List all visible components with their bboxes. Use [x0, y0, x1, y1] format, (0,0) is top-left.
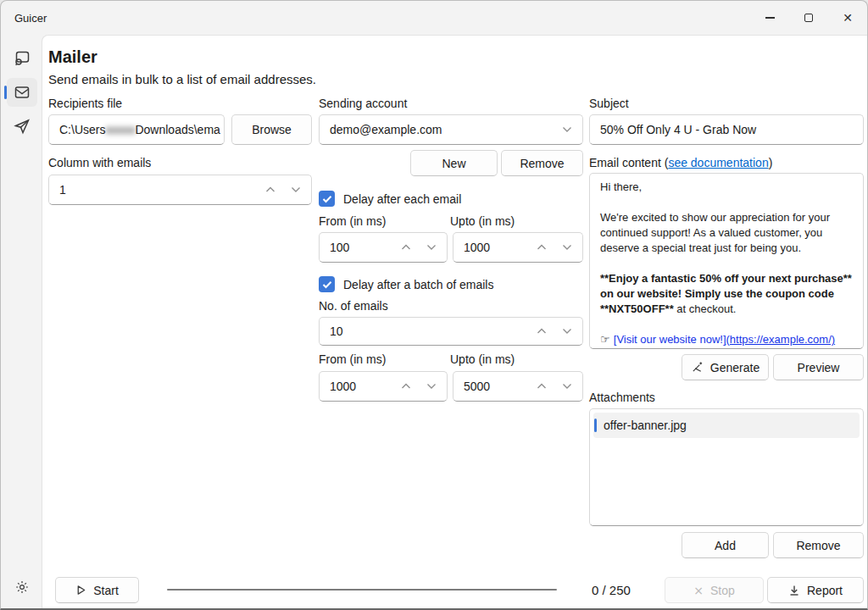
subject-value: 50% Off Only 4 U - Grab Now	[600, 123, 756, 136]
progress-bar	[167, 589, 557, 591]
no-of-emails-label: No. of emails	[319, 299, 388, 313]
stop-button-label: Stop	[710, 584, 735, 597]
account-new-label: New	[442, 157, 465, 170]
gear-icon	[14, 580, 30, 595]
email-content-text: Hi there,	[600, 180, 642, 193]
selection-indicator	[594, 419, 597, 432]
sidebar-item-sender[interactable]	[7, 112, 37, 141]
maximize-button[interactable]	[789, 1, 828, 35]
app-title: Guicer	[14, 12, 47, 25]
chevron-down-icon[interactable]	[562, 244, 572, 251]
delay-each-label: Delay after each email	[343, 192, 461, 206]
sending-account-label: Sending account	[319, 97, 407, 110]
delay-batch-row: Delay after a batch of emails	[319, 276, 493, 292]
chevron-down-icon	[562, 126, 572, 133]
email-content-label-close: )	[769, 156, 773, 169]
delay-each-from-spinner[interactable]: 100	[319, 232, 448, 263]
chevron-down-icon[interactable]	[426, 383, 437, 390]
maximize-icon	[804, 14, 813, 22]
chevron-up-icon[interactable]	[401, 244, 411, 251]
recipients-file-label: Recipients file	[48, 97, 122, 110]
recipients-path-suffix: Downloads\ema	[135, 123, 220, 136]
delay-each-upto-spinner[interactable]: 1000	[453, 232, 583, 263]
page-title: Mailer	[48, 47, 97, 67]
recipients-path-prefix: C:\Users	[59, 123, 105, 136]
delay-each-upto-value: 1000	[464, 241, 490, 254]
delay-each-upto-label: Upto (in ms)	[450, 214, 515, 228]
attachment-add-label: Add	[715, 539, 736, 552]
check-icon	[322, 195, 332, 203]
visit-website-link[interactable]: [Visit our website now!]	[614, 333, 726, 346]
attachment-add-button[interactable]: Add	[682, 532, 769, 558]
email-content-label-text: Email content (	[589, 156, 668, 169]
x-icon: ×	[693, 584, 704, 597]
progress-count: 0 / 250	[592, 583, 631, 597]
report-button[interactable]: Report	[767, 577, 864, 603]
chevron-down-icon[interactable]	[426, 244, 437, 251]
chevron-up-icon[interactable]	[537, 244, 547, 251]
column-with-emails-spinner[interactable]: 1	[48, 175, 312, 205]
report-button-label: Report	[807, 584, 843, 597]
titlebar: Guicer ✕	[1, 1, 867, 35]
delay-batch-checkbox[interactable]	[319, 276, 335, 292]
delay-batch-label: Delay after a batch of emails	[343, 278, 493, 291]
chevron-up-icon[interactable]	[401, 383, 411, 390]
email-content-label: Email content (see documentation)	[589, 156, 772, 169]
email-content-text: at checkout.	[674, 302, 737, 315]
chevron-up-icon[interactable]	[265, 186, 275, 193]
sidebar-item-mailer[interactable]	[7, 78, 37, 107]
no-of-emails-spinner[interactable]: 10	[319, 317, 583, 346]
attachment-remove-label: Remove	[796, 539, 840, 552]
browse-button[interactable]: Browse	[231, 114, 312, 145]
chevron-up-icon[interactable]	[537, 328, 547, 335]
delay-each-from-label: From (in ms)	[319, 214, 386, 228]
chevron-down-icon[interactable]	[562, 328, 572, 335]
attachment-item-label: offer-banner.jpg	[604, 419, 687, 432]
send-icon	[13, 117, 31, 136]
minimize-button[interactable]	[750, 1, 789, 35]
recipients-path-redacted: xxxxx	[105, 123, 135, 136]
see-documentation-link[interactable]: see documentation	[668, 156, 768, 169]
generate-button[interactable]: Generate	[682, 354, 769, 380]
recipients-file-input[interactable]: C:\UsersxxxxxDownloads\ema	[48, 114, 225, 145]
delay-each-from-value: 100	[330, 241, 349, 254]
start-button-label: Start	[93, 584, 119, 597]
delay-each-checkbox[interactable]	[319, 191, 335, 207]
stop-button[interactable]: × Stop	[665, 577, 764, 603]
delay-batch-from-spinner[interactable]: 1000	[319, 371, 448, 402]
delay-each-row: Delay after each email	[319, 191, 461, 207]
chevron-down-icon[interactable]	[291, 186, 301, 193]
browse-button-label: Browse	[252, 123, 292, 136]
delay-batch-upto-label: Upto (in ms)	[450, 352, 515, 366]
close-button[interactable]: ✕	[828, 1, 867, 35]
play-icon	[75, 585, 86, 596]
start-button[interactable]: Start	[55, 577, 139, 603]
sidebar-item-verifier[interactable]	[7, 44, 37, 73]
visit-website-link[interactable]: (https://example.com/)	[726, 333, 836, 346]
email-content-box[interactable]: Hi there,We're excited to show our appre…	[589, 173, 864, 349]
close-icon: ✕	[843, 12, 853, 24]
account-remove-button[interactable]: Remove	[501, 150, 583, 176]
sending-account-select[interactable]: demo@example.com	[319, 114, 583, 145]
delay-batch-upto-value: 5000	[464, 380, 490, 393]
attachments-list[interactable]: offer-banner.jpg	[589, 408, 864, 526]
delay-batch-upto-spinner[interactable]: 5000	[453, 371, 583, 402]
subject-input[interactable]: 50% Off Only 4 U - Grab Now	[589, 114, 864, 145]
column-with-emails-label: Column with emails	[48, 156, 151, 169]
settings-button[interactable]	[7, 574, 37, 601]
preview-button[interactable]: Preview	[773, 354, 864, 380]
delay-batch-from-value: 1000	[330, 380, 356, 393]
app-window: Guicer ✕	[0, 0, 868, 610]
pointing-hand-icon: ☞	[600, 333, 614, 346]
attachment-remove-button[interactable]: Remove	[773, 532, 864, 558]
chevron-down-icon[interactable]	[562, 383, 572, 390]
attachments-label: Attachments	[589, 391, 655, 404]
check-icon	[322, 280, 332, 289]
account-new-button[interactable]: New	[410, 150, 498, 176]
chevron-up-icon[interactable]	[537, 383, 547, 390]
mail-icon	[13, 83, 31, 102]
column-with-emails-value: 1	[59, 183, 66, 197]
page-subtitle: Send emails in bulk to a list of email a…	[48, 72, 316, 86]
attachment-item[interactable]: offer-banner.jpg	[593, 413, 860, 438]
minimize-icon	[765, 17, 775, 18]
